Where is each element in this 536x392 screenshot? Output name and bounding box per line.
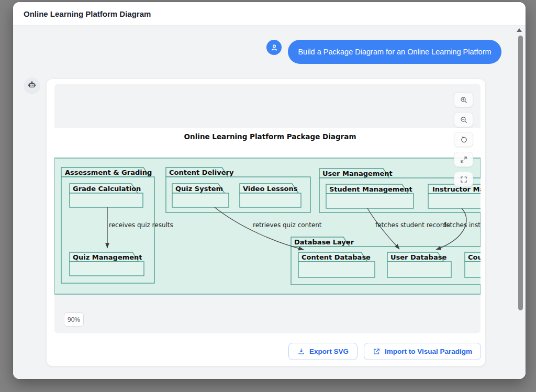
package-quiz-management: Quiz Management — [70, 252, 144, 276]
fullscreen-button[interactable] — [454, 172, 473, 187]
page-title: Online Learning Platform Diagram — [24, 9, 151, 18]
zoom-in-icon — [460, 96, 468, 104]
reset-view-button[interactable] — [454, 132, 473, 147]
package-label: Grade Calculation — [73, 185, 141, 193]
zoom-in-button[interactable] — [454, 92, 473, 107]
edge-label: fetches instructor records — [444, 221, 481, 229]
export-svg-button[interactable]: Export SVG — [288, 343, 358, 360]
package-label: Content Delivery — [169, 169, 234, 176]
app-window: Online Learning Platform Diagram Build a… — [13, 2, 526, 379]
card-actions: Export SVG Import to Visual Paradigm — [47, 343, 481, 360]
titlebar: Online Learning Platform Diagram — [13, 2, 526, 26]
package-label: Content Database — [302, 253, 371, 261]
package-label: Quiz System — [175, 185, 223, 193]
user-message-bubble: Build a Package Diagram for an Online Le… — [288, 40, 501, 64]
fullscreen-icon — [460, 175, 468, 184]
package-label: Video Lessons — [243, 185, 298, 193]
edge-label: fetches student records — [375, 221, 450, 229]
content-area: Build a Package Diagram for an Online Le… — [13, 26, 526, 379]
package-label: Quiz Management — [73, 253, 142, 261]
assistant-avatar — [24, 77, 40, 93]
scrollbar-thumb[interactable] — [518, 36, 523, 310]
canvas-toolbar — [454, 92, 473, 192]
package-label: Student Management — [329, 185, 412, 193]
robot-icon — [27, 81, 37, 90]
expand-button[interactable] — [454, 152, 473, 167]
reset-icon — [460, 136, 468, 144]
package-diagram-svg: Online Learning Platform Package Diagram… — [54, 84, 481, 333]
download-icon — [297, 348, 305, 355]
edge-label: retrieves quiz content — [253, 221, 322, 229]
diagram-canvas[interactable]: Online Learning Platform Package Diagram… — [54, 84, 481, 333]
package-label: Course Database — [468, 253, 481, 261]
zoom-out-button[interactable] — [454, 112, 473, 127]
export-svg-label: Export SVG — [309, 348, 349, 355]
package-label: Database Layer — [294, 238, 354, 246]
person-icon — [270, 43, 279, 52]
zoom-out-icon — [460, 116, 468, 124]
package-course-database: Course Database — [465, 252, 481, 277]
edge-label: receives quiz results — [109, 221, 173, 229]
package-label: User Database — [390, 253, 446, 261]
package-grade-calculation: Grade Calculation — [70, 184, 143, 207]
package-student-management: Student Management — [326, 184, 414, 208]
user-avatar — [266, 40, 282, 55]
import-visual-paradigm-button[interactable]: Import to Visual Paradigm — [364, 343, 481, 360]
scrollbar-up-arrow[interactable] — [517, 28, 522, 32]
diagram-title: Online Learning Platform Package Diagram — [184, 132, 356, 141]
import-visual-paradigm-label: Import to Visual Paradigm — [385, 348, 472, 355]
zoom-level-badge: 90% — [64, 312, 84, 327]
package-label: Assessment & Grading — [65, 169, 152, 176]
package-content-database: Content Database — [298, 252, 375, 277]
package-label: User Management — [322, 170, 393, 177]
package-video-lessons: Video Lessons — [240, 184, 301, 207]
package-quiz-system: Quiz System — [172, 184, 229, 207]
expand-icon — [460, 155, 468, 164]
diagram-card: Online Learning Platform Package Diagram… — [46, 79, 486, 366]
external-link-icon — [373, 348, 381, 355]
package-user-database: User Database — [387, 252, 451, 277]
